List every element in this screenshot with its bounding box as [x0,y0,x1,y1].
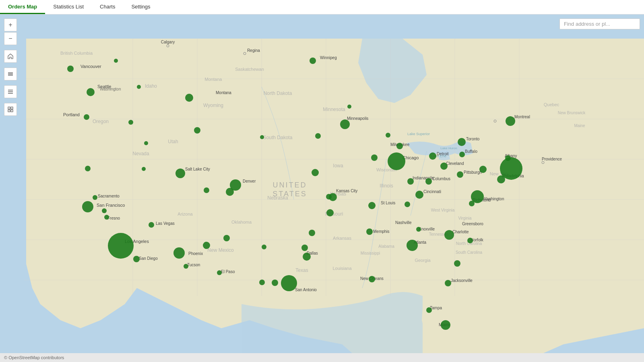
svg-text:Texas: Texas [295,267,308,273]
svg-point-136 [223,235,230,241]
svg-text:San Francisco: San Francisco [97,203,125,208]
svg-text:Salt Lake City: Salt Lake City [185,167,210,171]
svg-point-119 [93,195,97,200]
svg-point-152 [347,105,351,109]
svg-point-129 [194,127,200,134]
svg-text:Utah: Utah [168,139,178,144]
svg-point-160 [407,178,414,185]
svg-point-113 [137,85,141,89]
svg-point-142 [303,253,311,261]
svg-rect-193 [11,110,13,112]
svg-text:Quebec: Quebec [544,102,559,107]
svg-text:North Dakota: North Dakota [264,90,292,96]
svg-text:Denver: Denver [243,179,256,183]
svg-rect-191 [11,107,13,109]
svg-point-145 [315,133,321,139]
svg-text:Louisiana: Louisiana [332,266,352,271]
svg-point-128 [175,169,185,178]
svg-point-168 [457,171,463,178]
svg-point-135 [260,135,264,139]
svg-text:Cleveland: Cleveland [446,161,464,166]
svg-point-181 [441,320,450,330]
svg-point-130 [185,94,193,102]
svg-point-122 [104,215,109,220]
svg-text:New Mexico: New Mexico [207,247,234,253]
svg-point-153 [371,154,378,161]
svg-point-180 [445,280,451,286]
svg-point-155 [369,276,375,282]
legend-button[interactable] [4,85,17,98]
zoom-out-button[interactable]: − [4,32,17,45]
svg-point-172 [467,238,473,243]
svg-point-157 [388,152,405,170]
svg-text:Alabama: Alabama [378,244,394,249]
svg-point-114 [84,114,89,120]
svg-text:Montana: Montana [216,90,231,95]
zoom-in-button[interactable]: + [4,19,17,31]
map-svg: UNITED STATES Oregon Idaho Wyoming Monta… [0,14,644,362]
svg-point-144 [312,169,319,176]
svg-text:Sacramento: Sacramento [98,194,120,198]
svg-point-171 [444,230,454,240]
svg-text:Winnipeg: Winnipeg [320,56,337,60]
svg-point-138 [262,245,266,249]
svg-text:Montana: Montana [205,77,223,82]
svg-point-110 [67,66,74,72]
map-toolbar: + − [4,19,17,116]
svg-text:Idaho: Idaho [145,83,157,89]
svg-point-140 [272,280,278,286]
home-button[interactable] [4,50,17,63]
svg-text:Minneapolis: Minneapolis [347,116,368,121]
svg-text:South Carolina: South Carolina [456,250,483,255]
svg-text:Memphis: Memphis [373,229,390,234]
svg-text:Toronto: Toronto [466,137,480,141]
tab-orders-map[interactable]: Orders Map [0,0,45,14]
svg-text:Greensboro: Greensboro [462,222,483,226]
svg-text:Pittsburgh: Pittsburgh [464,170,482,175]
svg-text:Cincinnati: Cincinnati [423,189,441,194]
svg-point-175 [479,166,487,173]
layers-button[interactable] [4,68,17,80]
svg-point-159 [386,133,390,138]
svg-text:Providence: Providence [542,157,562,161]
svg-text:Tucson: Tucson [187,263,200,267]
grid-button[interactable] [4,103,17,116]
svg-text:Georgia: Georgia [415,258,431,263]
svg-rect-190 [8,107,10,109]
svg-point-126 [173,247,185,259]
svg-text:Iowa: Iowa [333,163,343,169]
svg-point-150 [309,230,315,236]
svg-text:Saskatchewan: Saskatchewan [235,67,264,72]
svg-point-166 [429,152,436,160]
svg-text:Minnesota: Minnesota [323,107,345,112]
svg-point-124 [133,256,140,262]
svg-text:Jacksonville: Jacksonville [451,278,473,283]
svg-text:Nashville: Nashville [395,220,412,225]
tab-settings[interactable]: Settings [123,0,158,14]
svg-text:UNITED: UNITED [273,181,307,189]
svg-text:Nebraska: Nebraska [267,195,288,201]
svg-rect-192 [8,110,10,112]
svg-text:Mississippi: Mississippi [361,251,380,255]
map-attribution: © OpenStreetMap contributors [0,353,644,362]
svg-point-154 [368,202,376,209]
svg-text:Portland: Portland [63,112,80,117]
svg-text:Buffalo: Buffalo [465,149,477,154]
svg-text:Oklahoma: Oklahoma [231,220,252,224]
svg-point-134 [203,242,210,249]
svg-text:San Antonio: San Antonio [295,288,317,292]
svg-text:Lake Huron: Lake Huron [440,146,457,150]
svg-point-156 [366,228,373,235]
svg-text:Maine: Maine [574,123,585,128]
search-input[interactable]: Find address or pl... [559,19,640,29]
svg-text:Phoenix: Phoenix [188,251,203,256]
map-container: UNITED STATES Oregon Idaho Wyoming Monta… [0,14,644,362]
tab-charts[interactable]: Charts [92,0,123,14]
tab-statistics-list[interactable]: Statistics List [45,0,92,14]
svg-point-174 [469,201,475,206]
svg-point-143 [301,245,308,251]
svg-text:Columbus: Columbus [432,177,450,181]
svg-point-133 [204,187,209,193]
svg-text:Illinois: Illinois [380,183,393,189]
svg-point-170 [459,152,465,157]
